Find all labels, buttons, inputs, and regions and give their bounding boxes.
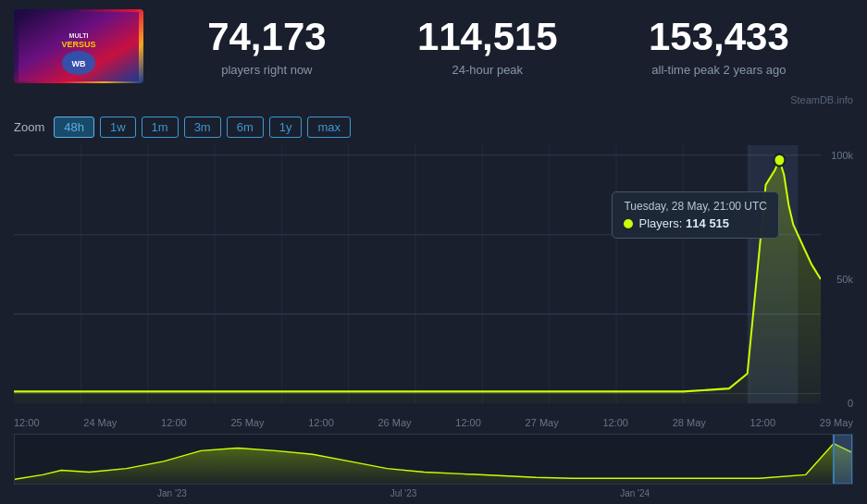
x-label-11: 12:00 bbox=[750, 417, 776, 428]
zoom-bar: Zoom 48h 1w 1m 3m 6m 1y max bbox=[0, 109, 867, 145]
main-chart-wrapper: Tuesday, 28 May, 21:00 UTC Players: 114 … bbox=[14, 145, 853, 413]
game-thumbnail: MULTI VERSUS WB bbox=[14, 9, 143, 83]
tooltip-players-row: Players: 114 515 bbox=[624, 216, 767, 230]
x-label-1: 12:00 bbox=[14, 417, 40, 428]
header: MULTI VERSUS WB 74,173 players right now… bbox=[0, 0, 867, 92]
tooltip-players-label: Players: 114 515 bbox=[638, 216, 729, 230]
chart-tooltip: Tuesday, 28 May, 21:00 UTC Players: 114 … bbox=[612, 191, 779, 239]
peak-24h-label: 24-hour peak bbox=[417, 63, 558, 77]
zoom-btn-3m[interactable]: 3m bbox=[184, 117, 221, 138]
peak-24h-stat: 114,515 24-hour peak bbox=[417, 16, 558, 76]
zoom-btn-1y[interactable]: 1y bbox=[269, 117, 303, 138]
tooltip-date: Tuesday, 28 May, 21:00 UTC bbox=[624, 200, 767, 213]
svg-rect-24 bbox=[834, 435, 852, 484]
y-label-100k: 100k bbox=[821, 150, 853, 161]
main-chart bbox=[14, 145, 821, 413]
mini-chart-wrapper[interactable] bbox=[14, 434, 853, 485]
mini-x-label-jan24: Jan '24 bbox=[620, 488, 650, 498]
x-label-12: 29 May bbox=[820, 417, 853, 428]
current-players-number: 74,173 bbox=[207, 16, 326, 58]
x-axis-labels: 12:00 24 May 12:00 25 May 12:00 26 May 1… bbox=[14, 413, 853, 428]
x-label-10: 28 May bbox=[673, 417, 706, 428]
y-axis-labels: 100k 50k 0 bbox=[821, 145, 853, 413]
steamdb-watermark: SteamDB.info bbox=[0, 92, 867, 109]
y-label-0: 0 bbox=[821, 398, 853, 409]
tooltip-dot bbox=[624, 219, 633, 228]
x-label-8: 27 May bbox=[526, 417, 559, 428]
x-label-6: 26 May bbox=[378, 417, 412, 428]
mini-x-labels: Jan '23 Jul '23 Jan '24 bbox=[0, 486, 867, 500]
alltime-peak-label: all-time peak 2 years ago bbox=[649, 63, 789, 77]
alltime-peak-stat: 153,433 all-time peak 2 years ago bbox=[649, 16, 789, 76]
current-players-stat: 74,173 players right now bbox=[207, 16, 326, 76]
zoom-label: Zoom bbox=[14, 120, 44, 134]
zoom-btn-max[interactable]: max bbox=[307, 117, 351, 138]
y-label-50k: 50k bbox=[821, 274, 853, 285]
svg-point-22 bbox=[774, 154, 785, 166]
zoom-btn-1m[interactable]: 1m bbox=[142, 117, 179, 138]
stats-container: 74,173 players right now 114,515 24-hour… bbox=[143, 16, 853, 76]
x-label-5: 12:00 bbox=[308, 417, 334, 428]
legend: Players Markers bbox=[0, 500, 867, 504]
zoom-btn-1w[interactable]: 1w bbox=[100, 117, 136, 138]
svg-text:WB: WB bbox=[72, 59, 86, 68]
svg-text:VERSUS: VERSUS bbox=[61, 40, 95, 49]
current-players-label: players right now bbox=[207, 63, 326, 77]
zoom-btn-48h[interactable]: 48h bbox=[54, 117, 94, 138]
peak-24h-number: 114,515 bbox=[417, 16, 558, 58]
alltime-peak-number: 153,433 bbox=[649, 16, 789, 58]
mini-x-label-jul23: Jul '23 bbox=[390, 488, 417, 498]
svg-text:MULTI: MULTI bbox=[69, 32, 89, 39]
x-label-9: 12:00 bbox=[602, 417, 628, 428]
x-label-4: 25 May bbox=[230, 417, 264, 428]
zoom-btn-6m[interactable]: 6m bbox=[227, 117, 264, 138]
mini-x-label-jan23: Jan '23 bbox=[157, 488, 187, 498]
x-label-2: 24 May bbox=[83, 417, 117, 428]
tooltip-players-value: 114 515 bbox=[686, 216, 729, 230]
x-label-3: 12:00 bbox=[161, 417, 187, 428]
x-label-7: 12:00 bbox=[455, 417, 481, 428]
